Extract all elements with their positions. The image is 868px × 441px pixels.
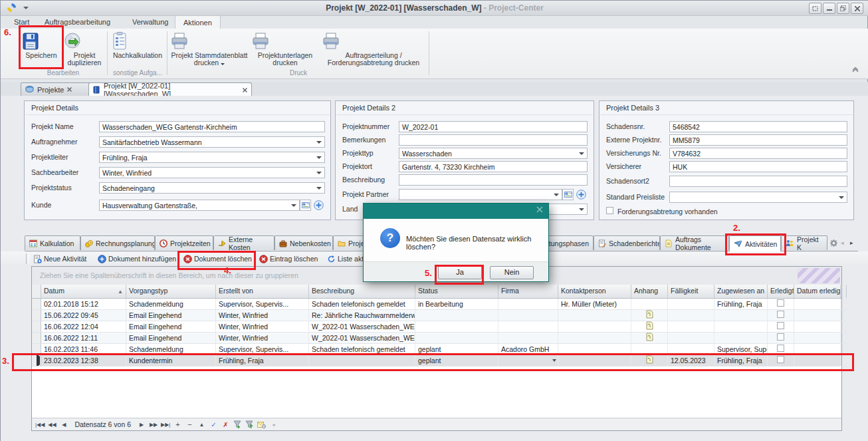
beschreibung-input[interactable] [399, 174, 588, 186]
cell-datum[interactable]: 15.06.2022 09:45 [41, 310, 126, 321]
cell-datum-erledigt[interactable] [794, 299, 841, 310]
cell-datum-erledigt[interactable] [794, 355, 841, 367]
table-row[interactable]: 02.01.2018 15:12 Schadenmeldung Supervis… [32, 299, 841, 310]
cell-beschreibung[interactable]: Schaden telefonisch gemeldet [309, 344, 415, 355]
externe-projektnr-input[interactable] [669, 134, 847, 146]
cell-faelligkeit[interactable] [668, 299, 714, 310]
standard-preisliste-combo[interactable] [669, 192, 847, 203]
cell-kontaktperson[interactable] [558, 355, 631, 367]
cell-zugewiesen-an[interactable]: Supervisor, Supervis... [714, 344, 768, 355]
cell-datum-erledigt[interactable] [794, 344, 841, 355]
close-tab-icon[interactable] [67, 87, 72, 92]
cell-vorgangstyp[interactable]: Email Eingehend [126, 310, 216, 321]
column-header-erstellt-von[interactable]: Erstellt von [216, 285, 309, 298]
column-header-kontaktperson[interactable]: Kontaktperson [558, 285, 631, 298]
cell-erledigt[interactable] [768, 344, 794, 355]
tab-projektzeiten[interactable]: Projektzeiten [155, 235, 213, 250]
dialog-header[interactable] [364, 204, 548, 219]
nav-post-button[interactable]: ✓ [208, 419, 219, 430]
projektstatus-combo[interactable]: Schadeneingang [99, 182, 325, 194]
tab-scroll-right-icon[interactable]: ▸ [850, 239, 853, 246]
cell-firma-editing[interactable] [498, 355, 558, 367]
save-button[interactable]: Speichern [21, 30, 62, 75]
projektort-input[interactable] [399, 161, 588, 172]
tab-auftrags-dokumente[interactable]: Auftrags Dokumente [660, 235, 729, 250]
tab-nebenkosten[interactable]: Nebenkosten [274, 235, 333, 250]
nachkalkulation-button[interactable]: Nachkalkulation [110, 30, 165, 75]
projektleiter-combo[interactable]: Frühling, Fraja [99, 152, 325, 163]
nav-delete-button[interactable]: − [184, 419, 195, 430]
cell-erledigt[interactable] [768, 321, 794, 333]
cell-erledigt[interactable] [768, 299, 794, 310]
column-header-datum-erledigt[interactable]: Datum erledigt [794, 285, 841, 298]
cell-beschreibung[interactable]: W_2022-01 Wasserschaden_WEG [309, 321, 415, 333]
cell-beschreibung[interactable]: Schaden telefonisch gemeldet [309, 299, 415, 310]
doc-tab-projekte[interactable]: Projekte [21, 82, 96, 96]
filter-add-icon[interactable] [232, 419, 243, 430]
kunde-add-button[interactable] [313, 200, 324, 211]
nav-next-button[interactable]: ▶ [136, 419, 147, 430]
sachbearbeiter-combo[interactable]: Winter, Winfried [99, 167, 325, 178]
cell-erstellt-von[interactable]: Winter, Winfried [216, 333, 309, 344]
close-button[interactable] [851, 3, 863, 14]
erledigt-checkbox[interactable] [777, 333, 784, 341]
cell-anhang[interactable] [631, 321, 668, 333]
cell-combo-arrow-icon[interactable] [552, 359, 556, 362]
cell-datum-erledigt[interactable] [794, 321, 841, 333]
no-button[interactable]: Nein [490, 266, 534, 279]
cell-status[interactable] [415, 310, 498, 321]
cell-erstellt-von[interactable]: Supervisor, Supervis... [216, 299, 309, 310]
nav-scroll-left-icon[interactable]: ◂ [268, 419, 278, 430]
cell-erledigt[interactable] [768, 355, 794, 367]
erledigt-checkbox[interactable] [777, 345, 784, 352]
cell-zugewiesen-an[interactable]: Frühling, Fraja [714, 299, 768, 310]
column-header-zugewiesen-an[interactable]: Zugewiesen an [714, 285, 768, 298]
cell-beschreibung[interactable]: Re: Jährliche Rauchwarnmelderwar [309, 310, 415, 321]
cell-firma[interactable]: Acadoro GmbH [498, 344, 558, 355]
cell-faelligkeit[interactable] [668, 333, 714, 344]
cell-datum[interactable]: 16.06.2022 12:04 [41, 321, 126, 333]
partner-add-button[interactable] [576, 189, 587, 200]
eintrag-loeschen-button[interactable]: Eintrag löschen [257, 253, 320, 265]
table-row[interactable]: 16.06.2022 12:04 Email Eingehend Winter,… [32, 321, 841, 333]
bemerkungen-input[interactable] [399, 134, 588, 146]
cell-vorgangstyp[interactable]: Email Eingehend [126, 333, 216, 344]
cell-erstellt-von[interactable]: Winter, Winfried [216, 321, 309, 333]
cell-datum[interactable]: 02.01.2018 15:12 [41, 299, 126, 310]
cell-status[interactable]: in Bearbeitung [415, 299, 498, 310]
partner-card-button[interactable] [562, 189, 574, 200]
tab-schadenberichte[interactable]: Schadenberichte [594, 235, 660, 250]
cell-faelligkeit[interactable] [668, 344, 714, 355]
cell-vorgangstyp[interactable]: Schadenmeldung [126, 299, 216, 310]
yes-button[interactable]: Ja [438, 266, 482, 279]
cell-faelligkeit[interactable]: 12.05.2023 [668, 355, 714, 367]
cell-firma[interactable] [498, 299, 558, 310]
cell-erledigt[interactable] [768, 310, 794, 321]
cell-erledigt[interactable] [768, 333, 794, 344]
cell-datum[interactable]: 16.02.2023 11:46 [41, 344, 126, 355]
kunde-card-button[interactable] [300, 200, 311, 211]
tab-rechnungsplanung[interactable]: Rechnungsplanung [80, 235, 155, 250]
tab-aktivitaeten[interactable]: Aktivitäten [729, 235, 781, 251]
column-header-anhang[interactable]: Anhang [631, 285, 668, 298]
dokument-hinzufuegen-button[interactable]: Dokument hinzufügen [96, 253, 178, 265]
erledigt-checkbox[interactable] [777, 356, 784, 363]
cell-faelligkeit[interactable] [668, 310, 714, 321]
cell-anhang[interactable] [631, 344, 668, 355]
projekt-name-input[interactable] [99, 121, 325, 132]
cell-zugewiesen-an[interactable]: Frühling, Fraja [714, 355, 768, 367]
ribbon-tab-start[interactable]: Start [6, 15, 37, 29]
tab-settings-gear-icon[interactable] [829, 238, 838, 247]
cell-anhang[interactable] [631, 355, 668, 367]
cell-datum[interactable]: 23.02.2023 12:38 [41, 355, 126, 367]
cell-datum-erledigt[interactable] [794, 333, 841, 344]
cell-kontaktperson[interactable] [558, 310, 631, 321]
nav-prev-button[interactable]: ◀ [58, 419, 69, 430]
cell-status[interactable] [415, 333, 498, 344]
cell-erstellt-von[interactable]: Winter, Winfried [216, 310, 309, 321]
schadensort2-input[interactable] [669, 176, 847, 187]
projekttyp-combo[interactable]: Wasserschaden [399, 148, 588, 159]
cell-kontaktperson[interactable] [558, 321, 631, 333]
nav-first-button[interactable]: |◀◀ [35, 419, 45, 430]
ribbon-tab-auftragsbearbeitung[interactable]: Auftragsbearbeitung [37, 15, 118, 29]
